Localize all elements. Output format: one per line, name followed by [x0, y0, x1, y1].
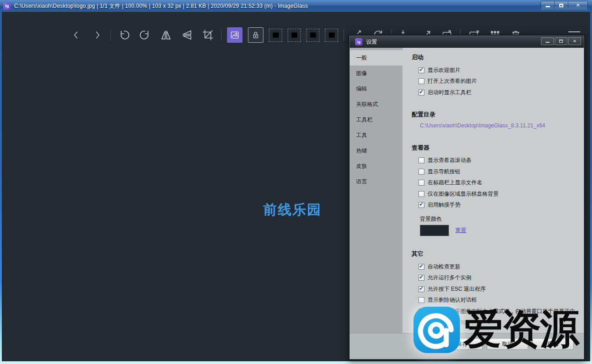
settings-tab-list: 一般 图像 编辑 关联格式 工具栏 工具 热键 皮肤 语言 — [350, 48, 403, 333]
maximize-button[interactable] — [555, 1, 568, 9]
checkbox[interactable] — [418, 157, 424, 163]
tab-image[interactable]: 图像 — [350, 66, 403, 81]
checkbox-label: 启动时显示工具栏 — [428, 89, 471, 96]
chevron-left-icon — [71, 30, 82, 40]
settings-content: 启动 显示欢迎图片 打开上次查看的图片 启动时显示工具栏 配置目录 C:\Use… — [403, 48, 584, 333]
section-title-startup: 启动 — [412, 53, 577, 61]
crop-icon — [202, 29, 214, 41]
checkbox-label: 打开上次查看的图片 — [428, 77, 477, 85]
checkbox-row[interactable]: 显示导航按钮 — [412, 166, 577, 177]
imageglass-app-icon: Ig — [3, 2, 11, 10]
minimize-icon — [546, 42, 550, 43]
rotate-left-icon — [118, 29, 130, 41]
scale-to-fit-icon — [309, 31, 317, 39]
menu-icon — [568, 31, 580, 32]
previous-image-button[interactable] — [69, 27, 84, 43]
checkbox[interactable] — [418, 297, 424, 303]
scale-to-width-icon — [271, 31, 280, 39]
tab-toolbar[interactable]: 工具栏 — [350, 112, 403, 127]
checkbox-label: 在标题栏上显示文件名 — [428, 179, 482, 187]
checkbox[interactable] — [418, 67, 424, 73]
scale-to-height-button[interactable] — [288, 29, 301, 42]
dialog-maximize-button[interactable] — [555, 37, 567, 45]
checkbox-row[interactable]: 显示查看器滚动条 — [412, 155, 577, 167]
close-button[interactable]: ✕ — [568, 1, 587, 9]
background-color-label: 背景颜色 — [412, 215, 577, 223]
checkbox[interactable] — [418, 275, 424, 281]
reset-background-link[interactable]: 重置 — [455, 227, 466, 234]
checkbox-row[interactable]: 自动检查更新 — [412, 261, 577, 273]
toolbar-separator — [344, 29, 344, 41]
minimize-button[interactable] — [541, 1, 555, 9]
dialog-title: 设置 — [366, 38, 377, 46]
config-dir-link[interactable]: C:\Users\xiaoh\Desktop\ImageGlass_8.3.11… — [412, 122, 577, 129]
chevron-right-icon — [92, 30, 103, 40]
checkbox[interactable] — [418, 180, 424, 186]
section-title-others: 其它 — [412, 250, 577, 258]
scale-to-fit-button[interactable] — [306, 29, 320, 42]
close-icon: ✕ — [573, 39, 577, 44]
checkbox[interactable] — [418, 78, 424, 84]
flip-vertical-button[interactable] — [179, 27, 195, 43]
checkbox-row[interactable]: 允许按下 ESC 退出程序 — [412, 283, 577, 295]
checkbox-label: 显示查看器滚动条 — [428, 157, 471, 164]
flip-vertical-icon — [181, 29, 193, 41]
next-image-button[interactable] — [90, 27, 105, 43]
checkbox-row[interactable]: 启动时显示工具栏 — [412, 87, 577, 98]
auto-zoom-button[interactable] — [227, 27, 243, 43]
checkbox-label: 允许运行多个实例 — [428, 274, 471, 282]
background-color-swatch[interactable] — [420, 225, 449, 236]
tab-theme[interactable]: 皮肤 — [350, 158, 403, 174]
checkbox-row[interactable]: 仅在图像区域显示棋盘格背景 — [412, 188, 577, 200]
watermark: 爱资源 — [413, 303, 578, 356]
tab-general[interactable]: 一般 — [350, 50, 403, 66]
imageglass-dialog-icon: Ig — [355, 38, 362, 46]
checkbox-row[interactable]: 打开上次查看的图片 — [412, 76, 577, 87]
scale-to-fill-button[interactable] — [325, 29, 338, 42]
auto-zoom-icon — [230, 30, 240, 40]
maximize-icon — [559, 4, 563, 7]
checkbox-label: 显示导航按钮 — [428, 168, 460, 176]
rotate-right-button[interactable] — [138, 27, 153, 43]
tab-file-associations[interactable]: 关联格式 — [350, 96, 403, 112]
window-controls: ✕ — [541, 1, 588, 10]
flip-horizontal-button[interactable] — [158, 27, 174, 43]
checkbox[interactable] — [418, 286, 424, 292]
minimize-icon — [546, 6, 550, 7]
window-title: C:\Users\xiaoh\Desktop\logo.jpg | 1/1 文件… — [14, 2, 308, 10]
tab-tools[interactable]: 工具 — [350, 127, 403, 143]
checkbox-label: 显示欢迎图片 — [428, 66, 460, 74]
tab-edit[interactable]: 编辑 — [350, 81, 403, 96]
scale-to-width-button[interactable] — [269, 29, 282, 42]
tab-language[interactable]: 语言 — [350, 174, 403, 189]
lock-zoom-button[interactable] — [248, 27, 264, 43]
checkbox-label: 启用触摸手势 — [428, 201, 460, 209]
dialog-close-button[interactable]: ✕ — [568, 37, 581, 45]
checkbox-label: 自动检查更新 — [428, 263, 460, 271]
lock-icon — [251, 30, 261, 40]
checkbox-row[interactable]: 在标题栏上显示文件名 — [412, 177, 577, 189]
close-icon: ✕ — [576, 2, 580, 8]
app-window: Ig C:\Users\xiaoh\Desktop\logo.jpg | 1/1… — [0, 0, 592, 364]
crop-button[interactable] — [200, 27, 216, 43]
checkbox-label: 允许按下 ESC 退出程序 — [428, 285, 485, 293]
checkbox[interactable] — [418, 202, 424, 208]
checkbox[interactable] — [418, 191, 424, 197]
checkbox[interactable] — [418, 169, 424, 175]
checkbox-row[interactable]: 显示欢迎图片 — [412, 65, 577, 76]
iziyuan-logo-icon — [413, 307, 460, 353]
scale-to-fill-icon — [327, 31, 336, 39]
checkbox[interactable] — [418, 90, 424, 96]
dialog-minimize-button[interactable] — [541, 37, 554, 45]
checkbox[interactable] — [418, 264, 424, 270]
checkbox-row[interactable]: 允许运行多个实例 — [412, 273, 577, 284]
toolbar-separator — [221, 29, 222, 41]
flip-horizontal-icon — [160, 29, 172, 41]
rotate-right-icon — [139, 29, 151, 41]
rotate-left-button[interactable] — [117, 27, 132, 43]
tab-hotkeys[interactable]: 热键 — [350, 143, 403, 158]
toolbar-separator — [111, 29, 111, 41]
scale-to-height-icon — [290, 31, 298, 39]
checkbox-label: 仅在图像区域显示棋盘格背景 — [428, 190, 499, 198]
checkbox-row[interactable]: 启用触摸手势 — [412, 200, 577, 211]
